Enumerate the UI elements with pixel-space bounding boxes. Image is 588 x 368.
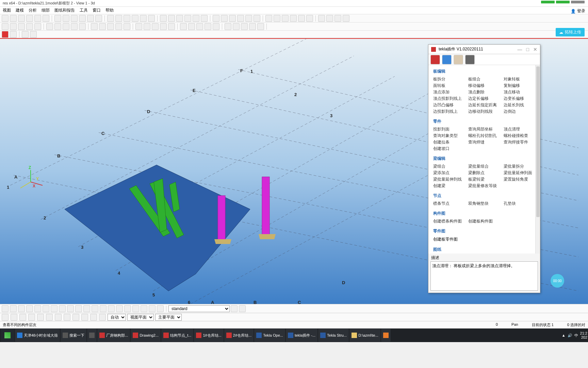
bottom-tool-button[interactable] — [72, 314, 79, 321]
panel-tool-flag-icon[interactable] — [430, 55, 440, 64]
bottom-tool-button[interactable] — [51, 305, 58, 312]
panel-command[interactable]: 孔垫块 — [504, 201, 535, 206]
toolbar-button[interactable] — [79, 23, 86, 30]
panel-command[interactable]: 查询局部坐标 — [468, 126, 500, 132]
panel-command[interactable]: 板梁转梁 — [468, 177, 500, 182]
toolbar-button[interactable] — [107, 15, 114, 22]
taskbar-item[interactable]: 搜索一下 — [61, 329, 86, 342]
panel-command[interactable]: 顶点删除 — [468, 89, 500, 95]
panel-command[interactable]: 螺栓孔转切割孔 — [468, 133, 500, 139]
menu-drawings[interactable]: 图纸和报告 — [54, 7, 75, 13]
bottom-tool-button[interactable] — [83, 305, 90, 312]
ime-indicator[interactable]: 中 — [574, 333, 578, 338]
toolbar-button[interactable] — [282, 15, 289, 22]
toolbar-button[interactable] — [140, 15, 147, 22]
panel-command[interactable]: 边凹凸偏移 — [433, 102, 465, 108]
time-pill[interactable]: 00:00 — [551, 274, 564, 288]
menu-help[interactable]: 帮助 — [105, 7, 114, 13]
panel-tool-avatar-icon[interactable] — [454, 55, 463, 64]
panel-command[interactable]: 梁删除点 — [468, 170, 500, 176]
start-button[interactable] — [1, 329, 14, 342]
panel-command[interactable]: 对象转板 — [504, 76, 535, 82]
panel-command[interactable]: 创建梁 — [433, 183, 465, 189]
standard-combo[interactable]: standard — [168, 305, 230, 312]
toolbar-button[interactable] — [229, 15, 236, 22]
panel-tool-home-icon[interactable] — [442, 55, 452, 64]
menu-detail[interactable]: 细部 — [42, 7, 50, 13]
scrollbar[interactable] — [535, 65, 540, 254]
menu-analysis[interactable]: 分析 — [29, 7, 37, 13]
mainplane-combo[interactable]: 主要平面 — [155, 314, 182, 321]
taskbar-item[interactable] — [381, 329, 391, 342]
toolbar-button[interactable] — [245, 15, 252, 22]
panel-command[interactable]: 梁批量延伸到线 — [433, 177, 465, 182]
menu-tools[interactable]: 工具 — [80, 7, 88, 13]
toolbar-button[interactable] — [152, 23, 159, 30]
toolbar-button[interactable] — [144, 23, 150, 30]
bottom-tool-button[interactable] — [75, 305, 82, 312]
toolbar-button[interactable] — [148, 15, 155, 22]
panel-command[interactable]: 梁组合 — [433, 164, 465, 169]
bottom-tool-button[interactable] — [90, 314, 97, 321]
toolbar-button[interactable] — [115, 15, 122, 22]
toolbar-button[interactable] — [71, 23, 78, 30]
toolbar-button[interactable] — [54, 15, 61, 22]
model-column[interactable] — [259, 177, 276, 239]
bottom-tool-button[interactable] — [149, 305, 156, 312]
toolbar-button[interactable] — [99, 23, 106, 30]
toolbar-button[interactable] — [193, 15, 199, 22]
toolbar-button[interactable] — [132, 15, 138, 22]
menu-model[interactable]: 建模 — [16, 7, 24, 13]
panel-body[interactable]: 板编辑板拆分板组合对象转板面转板移动偏移复制偏移顶点添加顶点删除顶点移动顶点投影… — [428, 65, 540, 254]
section-header[interactable]: 梁编辑 — [431, 154, 537, 163]
toolbar-button[interactable] — [326, 15, 333, 22]
panel-command[interactable]: 移动偏移 — [468, 83, 500, 89]
bottom-tool-button[interactable] — [132, 305, 139, 312]
toolbar-button[interactable] — [180, 23, 187, 30]
toolbar-button[interactable] — [115, 23, 122, 30]
bottom-tool-button[interactable] — [19, 314, 26, 321]
close-icon[interactable]: ✕ — [533, 47, 537, 52]
toolbar-button[interactable] — [254, 15, 260, 22]
toolbar-button[interactable] — [237, 15, 244, 22]
toolbar-button[interactable] — [306, 15, 313, 22]
toolbar-button[interactable] — [225, 23, 231, 30]
bottom-tool-button[interactable] — [2, 314, 9, 321]
panel-command[interactable]: 查询焊接零件 — [504, 139, 535, 145]
toolbar-button[interactable] — [205, 23, 211, 30]
panel-command[interactable]: 边变长偏移 — [504, 96, 535, 102]
toolbar-button[interactable] — [87, 15, 94, 22]
toolbar-button[interactable] — [160, 23, 167, 30]
minimize-icon[interactable]: — — [518, 47, 522, 52]
system-tray[interactable]: ▲ 🔊 中 21:2 202 — [562, 331, 587, 339]
panel-command[interactable]: 梁批量修改等级 — [468, 183, 500, 189]
taskbar-item[interactable]: 天津48小时全域大筛 — [15, 329, 60, 342]
desc-textarea[interactable]: 顶点清理： 将板或折梁上多余的顶点清理掉。 — [430, 261, 538, 291]
panel-command[interactable]: 面转板 — [433, 83, 465, 89]
toolbar-button[interactable] — [160, 15, 167, 22]
toolbar-button[interactable] — [10, 15, 17, 22]
toolbar-button[interactable] — [124, 15, 130, 22]
bottom-tool-button[interactable] — [116, 305, 123, 312]
taskbar-item[interactable]: 厂房钢构部... — [97, 329, 130, 342]
bottom-tool-button[interactable] — [67, 305, 74, 312]
toolbar-button[interactable] — [34, 23, 41, 30]
bottom-tool-button[interactable] — [46, 314, 53, 321]
taskbar-item[interactable]: Tekla Ope... — [254, 329, 285, 342]
panel-command[interactable]: 边定长偏移 — [468, 96, 500, 102]
bottom-tool-button[interactable] — [18, 305, 25, 312]
toolbar-button[interactable] — [334, 15, 341, 22]
toolbar-button[interactable] — [79, 15, 86, 22]
taskbar-item[interactable]: D:\azml\te... — [349, 329, 380, 342]
toolbar-button[interactable] — [298, 15, 305, 22]
bottom-tool-button[interactable] — [81, 314, 88, 321]
tray-icon[interactable]: ▲ — [562, 333, 566, 337]
panel-command[interactable]: 创建檩条构件图 — [433, 218, 465, 224]
panel-command[interactable]: 边移动到线段 — [468, 109, 500, 114]
section-header[interactable]: 图纸 — [431, 245, 537, 254]
toolbar-button[interactable] — [43, 15, 49, 22]
bottom-tool-button[interactable] — [55, 314, 62, 321]
toolbar-button[interactable] — [176, 15, 183, 22]
toolbar-button[interactable] — [168, 15, 175, 22]
maximize-icon[interactable]: □ — [526, 47, 529, 52]
